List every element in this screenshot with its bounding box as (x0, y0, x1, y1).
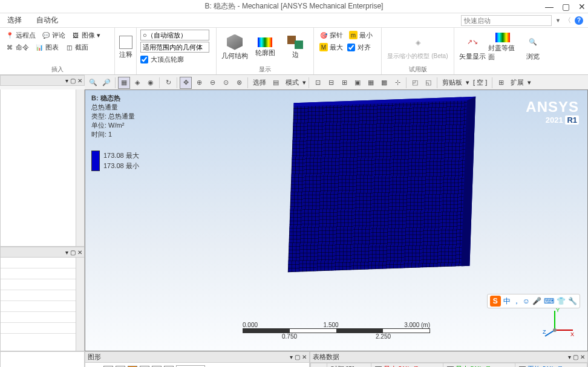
pan-tool[interactable]: ✥ (180, 77, 192, 89)
body-sel-tool[interactable]: ▣ (351, 77, 364, 89)
col-time[interactable]: 时间 [S] (327, 363, 371, 368)
iso-tool[interactable]: ◉ (145, 77, 157, 89)
quick-launch-input[interactable] (461, 15, 552, 26)
probe-button[interactable]: 🎯探针 (318, 30, 345, 41)
rotate-tool[interactable]: ↻ (162, 77, 174, 89)
details-row[interactable] (1, 258, 76, 268)
coord-tool[interactable]: ⊹ (391, 77, 403, 89)
section-button[interactable]: ◫截面 (63, 42, 90, 53)
close-panel-icon[interactable]: ✕ (77, 249, 82, 256)
edge-button[interactable]: 边 (281, 29, 310, 65)
details-row[interactable] (1, 290, 76, 301)
ime-tool-icon[interactable]: 🔧 (568, 297, 577, 305)
remote-point-button[interactable]: 📍远程点 (4, 30, 38, 41)
image-button[interactable]: 🖼图像▾ (70, 30, 102, 41)
graphics-viewport[interactable]: B: 稳态热 总热通量 类型: 总热通量 单位: W/m² 时间: 1 173.… (85, 89, 588, 351)
geometry-button[interactable]: 几何结构 (220, 29, 249, 65)
expand-tool[interactable]: ⊞ (495, 77, 507, 89)
float-icon[interactable]: ▢ (573, 354, 578, 360)
group-display-label: 显示 (217, 65, 313, 74)
details-row[interactable] (1, 301, 76, 312)
maximize-icon[interactable]: ▢ (562, 2, 570, 11)
ime-emoji-icon[interactable]: ☺ (523, 297, 530, 305)
close-icon[interactable]: ✕ (578, 2, 586, 11)
float-icon[interactable]: ▢ (70, 77, 76, 84)
select-mode-tool[interactable]: ▤ (270, 77, 282, 89)
outline-scrollbar[interactable] (76, 89, 84, 246)
graph-panel-title: 图形 (88, 352, 101, 362)
float-icon[interactable]: ▢ (295, 354, 300, 360)
details-panel-header: ▾▢✕ (0, 247, 85, 258)
axis-triad[interactable]: Y X Z (543, 306, 575, 339)
col-avg[interactable]: 平均 [W/m²] (515, 363, 587, 368)
close-panel-icon[interactable]: ✕ (302, 354, 307, 360)
scope-dropdown[interactable] (140, 42, 209, 53)
min-button[interactable]: m最小 (347, 30, 374, 41)
edge-sel-tool[interactable]: ⊟ (325, 77, 337, 89)
col-max[interactable]: 最大 [W/m²] (443, 363, 515, 368)
select-label: 选择 (250, 78, 269, 87)
zoom-out-tool[interactable]: 🔎 (100, 77, 113, 89)
details-row[interactable] (1, 323, 76, 334)
col-index[interactable] (311, 363, 327, 368)
ime-punc[interactable]: ， (513, 296, 520, 307)
details-row[interactable] (1, 268, 76, 279)
zoom-reset-tool[interactable]: ⊗ (233, 77, 245, 89)
ime-mic-icon[interactable]: 🎤 (532, 297, 541, 305)
caret-icon[interactable]: 〈 (564, 16, 571, 25)
expand-label: 扩展 (508, 78, 526, 87)
max-button[interactable]: M最大 (318, 42, 345, 53)
details-row[interactable] (1, 279, 76, 290)
minimize-icon[interactable]: — (545, 2, 554, 11)
browse-button[interactable]: 🔍浏览 (518, 29, 547, 65)
vertex-checkbox[interactable] (140, 56, 148, 63)
details-scrollbar[interactable] (76, 258, 84, 351)
ribbon: 📍远程点 💬评论 🖼图像▾ ⌘命令 📊图表 ◫截面 插入 注释 大顶点轮廓 几何… (0, 28, 588, 75)
menu-select[interactable]: 选择 (5, 14, 24, 27)
pin-icon[interactable]: ▾ (568, 354, 571, 360)
close-panel-icon[interactable]: ✕ (580, 354, 585, 360)
float-icon[interactable]: ▢ (70, 249, 76, 256)
clip1-tool[interactable]: ◰ (409, 77, 421, 89)
scale-mode-dropdown[interactable] (140, 30, 209, 41)
annotation-button[interactable]: 注释 (111, 30, 140, 66)
zoom-tool[interactable]: 🔍 (87, 77, 99, 89)
pin-icon[interactable]: ▾ (290, 354, 293, 360)
command-button[interactable]: ⌘命令 (4, 42, 31, 53)
menu-automation[interactable]: 自动化 (34, 14, 60, 27)
zoom-in-tool[interactable]: ⊙ (220, 77, 232, 89)
col-min[interactable]: 最小 [W/m²] (371, 363, 443, 368)
vert-sel-tool[interactable]: ⊡ (312, 77, 324, 89)
ime-lang[interactable]: 中 (503, 296, 511, 307)
elem-sel-tool[interactable]: ▩ (378, 77, 390, 89)
align-label: 对齐 (358, 43, 371, 52)
node-sel-tool[interactable]: ▦ (365, 77, 377, 89)
capped-iso-button[interactable]: 封盖等值面 (488, 29, 517, 65)
void-label: [ 空 ] (471, 78, 489, 87)
scaled-model-button[interactable]: ◈ 显示缩小的模型 (Beta) (385, 29, 451, 65)
mode-label: 模式 (283, 78, 301, 87)
pin-icon[interactable]: ▾ (65, 249, 68, 256)
vector-display-button[interactable]: ↗↘矢量显示 (458, 29, 487, 65)
sogou-icon[interactable]: S (490, 296, 501, 307)
svg-text:Z: Z (543, 329, 546, 335)
ime-toolbar[interactable]: S 中 ， ☺ 🎤 ⌨ 👕 🔧 (487, 294, 580, 308)
details-row[interactable] (1, 312, 76, 323)
face-sel-tool[interactable]: ⊞ (338, 77, 350, 89)
dropdown-icon[interactable]: ▼ (555, 18, 561, 24)
align-checkbox[interactable] (347, 44, 355, 51)
ime-keyboard-icon[interactable]: ⌨ (544, 297, 554, 305)
zoom-box-tool[interactable]: ⊖ (206, 77, 218, 89)
ime-skin-icon[interactable]: 👕 (557, 297, 566, 305)
comment-button[interactable]: 💬评论 (40, 30, 67, 41)
zoom-fit-tool[interactable]: ⊕ (193, 77, 205, 89)
clip2-tool[interactable]: ◱ (422, 77, 434, 89)
wire-tool[interactable]: ◈ (131, 77, 143, 89)
contour-button[interactable]: 轮廓图 (250, 29, 279, 65)
chart-button[interactable]: 📊图表 (33, 42, 60, 53)
pin-icon[interactable]: ▾ (65, 77, 68, 84)
shade-tool[interactable]: ▦ (118, 77, 130, 89)
scale-ruler: 0.0001.5003.000 (m) 0.7502.250 (243, 320, 430, 340)
help-icon[interactable]: ? (575, 16, 583, 25)
close-panel-icon[interactable]: ✕ (77, 77, 82, 84)
